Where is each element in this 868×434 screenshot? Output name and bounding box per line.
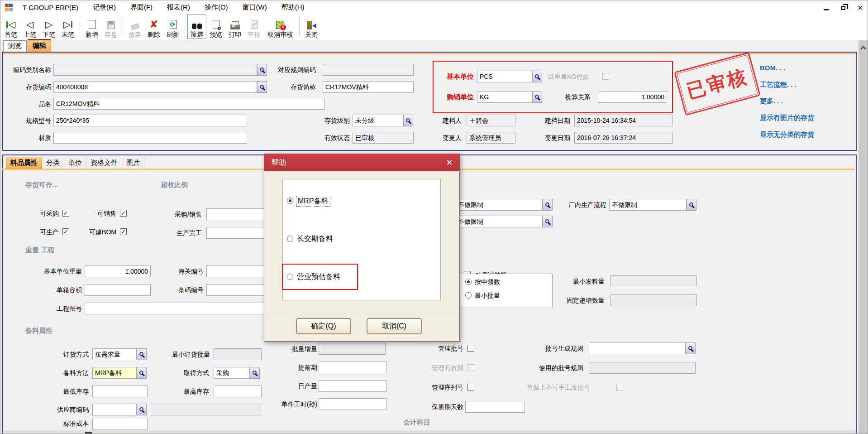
toolbar-button-preview[interactable]: 预览 (206, 14, 225, 39)
base-unit-field[interactable]: PCS (477, 71, 532, 82)
toolbar-button-delete[interactable]: ✘ 删除 (144, 14, 163, 39)
std-cost-field[interactable] (92, 418, 148, 429)
lookup-button[interactable] (532, 71, 542, 82)
inv-code-field[interactable]: 400400008 (53, 81, 257, 93)
lookup-button[interactable] (250, 367, 260, 379)
supplier-code-label: 供应商编码 (48, 404, 89, 415)
tab-classification[interactable]: 分类 (42, 157, 64, 169)
code-category-field[interactable] (53, 64, 257, 76)
lookup-button[interactable] (257, 81, 267, 93)
option-radio-mrp[interactable] (287, 198, 293, 204)
lookup-button[interactable] (137, 367, 147, 379)
drawing-no-label: 工程图号 (48, 303, 82, 314)
lookup-button[interactable] (687, 199, 696, 211)
lookup-button[interactable] (532, 91, 542, 103)
lookup-button[interactable] (543, 199, 553, 211)
menu-item-record[interactable]: 记录(R) (89, 3, 127, 12)
cutoff-element (85, 432, 92, 434)
toolbar-button-next[interactable]: ▷ 下笔 (39, 14, 58, 39)
product-name-field[interactable]: CR12MOV精料 (53, 98, 325, 110)
lookup-button[interactable] (686, 342, 696, 354)
tab-units[interactable]: 单位 (64, 157, 86, 169)
rule-code-field[interactable] (323, 64, 414, 76)
menu-item-report[interactable]: 报表(R) (163, 3, 201, 12)
prep-method-field[interactable]: MRP备料 (92, 367, 137, 379)
restriction-field-1[interactable]: 不做限制 (455, 199, 543, 211)
tab-item-attributes[interactable]: 料品属性 (6, 157, 42, 169)
minimize-button[interactable] (822, 4, 830, 11)
order-mode-field[interactable]: 按需求量 (92, 348, 137, 360)
option-label-mrp[interactable]: MRP备料 (296, 196, 330, 207)
menu-item-interface[interactable]: 界面(F) (127, 3, 163, 12)
toolbar-button-prev[interactable]: ◁ 上笔 (20, 14, 39, 39)
create-date-label: 建档日期 (537, 115, 570, 126)
dialog-close-button[interactable]: ✕ (439, 154, 459, 171)
factory-flow-field[interactable]: 不做限制 (609, 199, 687, 211)
lookup-button[interactable] (257, 64, 267, 76)
link-show-unclassified[interactable]: 显示无分类的存货 (760, 130, 814, 139)
inv-level-label: 存货级别 (306, 115, 350, 126)
tab-qualification-files[interactable]: 资格文件 (86, 157, 122, 169)
menu-item-operate[interactable]: 操作(O) (201, 3, 239, 12)
toolbar-button-last[interactable]: ▷ 末笔 (58, 14, 77, 39)
lookup-button[interactable] (137, 348, 147, 360)
shelf-days-field[interactable] (465, 401, 525, 413)
toolbar-button-close[interactable]: 关闭 (302, 14, 321, 39)
daily-output-field[interactable] (319, 380, 386, 392)
vertical-scrollbar[interactable] (858, 40, 868, 434)
conversion-field[interactable]: 1.00000 (598, 91, 667, 103)
link-bom[interactable]: BOM. . . (760, 64, 785, 72)
scroll-up-button[interactable] (858, 42, 868, 52)
restriction-field-2[interactable]: 不做限制 (455, 216, 543, 227)
max-stock-field[interactable] (214, 386, 262, 397)
supplier-code-field[interactable] (92, 404, 137, 415)
tab-edit[interactable]: 编辑 (28, 39, 51, 52)
cancel-button[interactable]: 取消(C) (367, 318, 422, 334)
lookup-button[interactable] (543, 216, 553, 227)
tab-images[interactable]: 图片 (122, 157, 144, 169)
link-process-flow[interactable]: 工艺流程. . . (760, 81, 796, 89)
menu-item-app[interactable]: T-GROUP ERP(E) (19, 4, 89, 11)
inv-level-field[interactable]: 未分级 (353, 115, 403, 126)
bomable-checkbox[interactable] (120, 228, 127, 235)
menu-item-window[interactable]: 窗口(W) (239, 3, 278, 12)
toolbar-button-new[interactable]: 新增 (82, 14, 101, 39)
unit-hours-field[interactable] (319, 398, 386, 410)
lookup-button[interactable] (137, 404, 147, 415)
menu-item-help[interactable]: 帮助(H) (278, 3, 315, 12)
producible-checkbox[interactable] (62, 228, 69, 235)
link-show-with-images[interactable]: 显示有图片的存货 (760, 114, 814, 122)
toolbar-button-filter[interactable]: 筛选 (187, 14, 206, 39)
toolbar-button-refresh[interactable]: ⟳ 刷新 (163, 14, 182, 39)
min-stock-field[interactable] (92, 386, 148, 397)
box-volume-field[interactable] (85, 284, 151, 296)
toolbar-button-print[interactable]: 打印 (225, 14, 244, 39)
purchasable-checkbox[interactable] (62, 210, 69, 217)
acquire-mode-field[interactable]: 采购 (214, 367, 250, 379)
horizontal-scroll-strip[interactable] (3, 430, 856, 434)
inv-short-field[interactable]: CR12MOV精料 (323, 81, 414, 93)
close-window-button[interactable]: ✕ (857, 4, 864, 11)
link-more[interactable]: 更多. . . (760, 97, 783, 106)
sellable-checkbox[interactable] (120, 210, 127, 217)
material-field[interactable] (53, 132, 247, 144)
base-weight-field[interactable]: 1.00000 (85, 265, 151, 277)
lookup-button[interactable] (403, 115, 413, 126)
min-batch-radio[interactable] (465, 292, 472, 299)
restore-button[interactable] (839, 4, 847, 11)
spec-field[interactable]: 250*240*35 (53, 115, 247, 126)
batch-rule-field[interactable] (589, 342, 686, 354)
toolbar-button-cancel-audit[interactable]: 取消审核 (263, 14, 297, 39)
manage-batch-checkbox[interactable] (467, 345, 474, 352)
option-label-long-lead[interactable]: 长交期备料 (297, 234, 333, 244)
tab-browse[interactable]: 浏览 (3, 40, 27, 52)
toolbar-button-first[interactable]: ◁ 首笔 (1, 14, 20, 39)
dialog-titlebar[interactable]: 帮助 ✕ (264, 154, 459, 171)
by-apply-radio[interactable] (465, 279, 472, 285)
barcode-label: 条码编号 (170, 284, 204, 296)
manage-serial-checkbox[interactable] (467, 384, 474, 391)
ok-button[interactable]: 确定(Q) (296, 318, 351, 334)
lead-time-field[interactable] (319, 362, 386, 373)
sale-unit-field[interactable]: KG (477, 91, 532, 103)
option-radio-long-lead[interactable] (287, 236, 293, 242)
